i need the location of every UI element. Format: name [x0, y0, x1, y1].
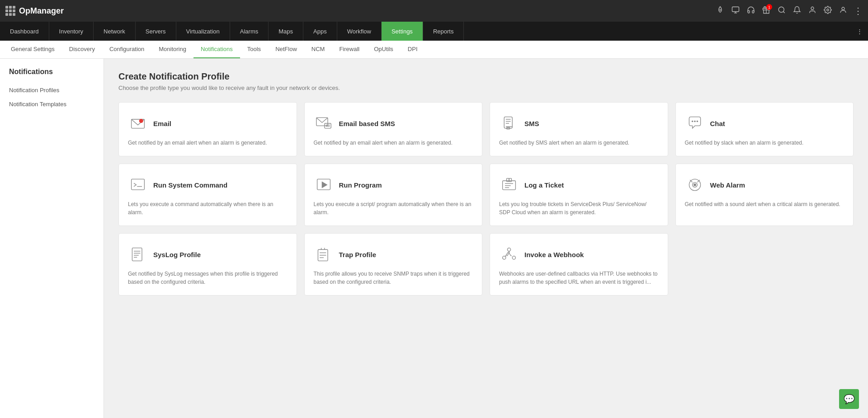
syslog-icon: [128, 244, 148, 264]
notification-bell-icon[interactable]: [793, 6, 801, 16]
subnav-configuration[interactable]: Configuration: [102, 41, 151, 58]
svg-rect-30: [503, 181, 516, 190]
more-options-icon[interactable]: ⋮: [854, 5, 863, 16]
card-chat[interactable]: Chat Get notified by slack when an alarm…: [675, 102, 854, 156]
chat-card-desc: Get notified by slack when an alarm is g…: [685, 139, 844, 147]
nav-alarms[interactable]: Alarms: [230, 22, 269, 41]
sidebar-notification-profiles[interactable]: Notification Profiles: [0, 83, 104, 97]
play-icon: [314, 175, 334, 195]
svg-point-52: [507, 248, 510, 251]
gift-icon[interactable]: 1: [762, 6, 770, 16]
run-system-command-desc: Lets you execute a command automatically…: [128, 200, 288, 216]
svg-point-10: [842, 7, 844, 10]
sidebar-notification-templates[interactable]: Notification Templates: [0, 97, 104, 111]
sms-icon: [499, 113, 519, 133]
svg-point-25: [696, 121, 698, 122]
search-icon[interactable]: [778, 6, 786, 16]
app-name: OpManager: [19, 6, 64, 16]
subnav-dpi[interactable]: DPI: [401, 41, 425, 58]
subnav-oputils[interactable]: OpUtils: [367, 41, 401, 58]
card-run-program[interactable]: Run Program Lets you execute a script/ p…: [304, 164, 483, 226]
card-email-sms[interactable]: Email based SMS Get notified by an email…: [304, 102, 483, 156]
svg-point-9: [827, 9, 829, 11]
svg-rect-26: [132, 179, 145, 189]
nav-settings[interactable]: Settings: [382, 22, 423, 41]
account-icon[interactable]: [839, 6, 847, 16]
nav-inventory[interactable]: Inventory: [49, 22, 94, 41]
grid-icon[interactable]: [5, 6, 15, 16]
sms-card-desc: Get notified by SMS alert when an alarm …: [499, 139, 659, 147]
svg-point-8: [811, 7, 814, 9]
card-run-system-command[interactable]: Run System Command Lets you execute a co…: [118, 164, 297, 226]
cards-row3: SysLog Profile Get notified by SysLog me…: [118, 233, 854, 296]
subnav-discovery[interactable]: Discovery: [62, 41, 102, 58]
nav-network[interactable]: Network: [94, 22, 136, 41]
rocket-icon[interactable]: [716, 6, 724, 16]
chat-support-button[interactable]: 💬: [839, 389, 859, 409]
main-layout: Notifications Notification Profiles Noti…: [0, 59, 868, 418]
sms-card-title: SMS: [524, 120, 539, 127]
topbar-icons: 1: [716, 6, 847, 16]
email-sms-card-title: Email based SMS: [339, 120, 395, 127]
log-ticket-desc: Lets you log trouble tickets in ServiceD…: [499, 200, 659, 216]
chat-card-title: Chat: [710, 120, 725, 127]
webhook-desc: Webhooks are user-defined callbacks via …: [499, 270, 659, 286]
card-trap[interactable]: Trap Profile This profile allows you to …: [304, 233, 483, 296]
nav-reports[interactable]: Reports: [423, 22, 464, 41]
topbar: OpManager 1: [0, 0, 868, 22]
email-card-desc: Get notified by an email alert when an a…: [128, 139, 288, 147]
svg-line-7: [783, 11, 784, 13]
card-webhook[interactable]: Invoke a Webhook Webhooks are user-defin…: [490, 233, 668, 296]
subnav-firewall[interactable]: Firewall: [332, 41, 367, 58]
web-alarm-title: Web Alarm: [710, 181, 745, 189]
subnav-notifications[interactable]: Notifications: [193, 41, 240, 58]
headset-icon[interactable]: [747, 6, 755, 16]
email-icon: [128, 113, 148, 133]
card-sms[interactable]: SMS Get notified by SMS alert when an al…: [490, 102, 668, 156]
svg-point-12: [139, 119, 143, 123]
sidebar-title: Notifications: [0, 68, 104, 83]
nav-workflow[interactable]: Workflow: [337, 22, 382, 41]
trap-desc: This profile allows you to receive SNMP …: [314, 270, 473, 286]
svg-point-0: [720, 9, 721, 11]
run-program-desc: Lets you execute a script/ program autom…: [314, 200, 473, 216]
nav-maps[interactable]: Maps: [269, 22, 303, 41]
monitor-icon[interactable]: [731, 6, 740, 16]
svg-rect-34: [507, 178, 509, 182]
subnav-netflow[interactable]: NetFlow: [268, 41, 304, 58]
subnav-monitoring[interactable]: Monitoring: [151, 41, 193, 58]
ticket-icon: [499, 175, 519, 195]
nav-servers[interactable]: Servers: [136, 22, 176, 41]
sidebar: Notifications Notification Profiles Noti…: [0, 59, 104, 418]
card-syslog[interactable]: SysLog Profile Get notified by SysLog me…: [118, 233, 297, 296]
svg-point-23: [691, 121, 693, 122]
empty-cell: [675, 233, 854, 296]
card-email[interactable]: Email Get notified by an email alert whe…: [118, 102, 297, 156]
page-subtitle: Choose the profile type you would like t…: [118, 85, 854, 91]
log-ticket-title: Log a Ticket: [524, 181, 564, 189]
subnav: General Settings Discovery Configuration…: [0, 41, 868, 59]
run-system-command-title: Run System Command: [153, 181, 227, 189]
navbar-more-icon[interactable]: ⋮: [851, 22, 868, 41]
subnav-ncm[interactable]: NCM: [304, 41, 332, 58]
cards-row1: Email Get notified by an email alert whe…: [118, 102, 854, 156]
user-circle-icon[interactable]: [808, 6, 816, 16]
svg-rect-1: [732, 7, 739, 12]
trap-title: Trap Profile: [339, 251, 377, 258]
nav-apps[interactable]: Apps: [303, 22, 337, 41]
svg-line-55: [505, 252, 508, 257]
nav-dashboard[interactable]: Dashboard: [0, 22, 49, 41]
settings-gear-icon[interactable]: [824, 6, 832, 16]
syslog-title: SysLog Profile: [153, 251, 201, 258]
subnav-tools[interactable]: Tools: [240, 41, 268, 58]
web-alarm-desc: Get notified with a sound alert when a c…: [685, 200, 844, 208]
webhook-title: Invoke a Webhook: [524, 251, 584, 258]
svg-rect-38: [693, 183, 696, 186]
nav-virtualization[interactable]: Virtualization: [176, 22, 230, 41]
svg-point-24: [694, 121, 696, 122]
card-web-alarm[interactable]: Web Alarm Get notified with a sound aler…: [675, 164, 854, 226]
svg-marker-29: [322, 182, 327, 188]
run-program-title: Run Program: [339, 181, 382, 189]
subnav-general-settings[interactable]: General Settings: [4, 41, 62, 58]
card-log-ticket[interactable]: Log a Ticket Lets you log trouble ticket…: [490, 164, 668, 226]
